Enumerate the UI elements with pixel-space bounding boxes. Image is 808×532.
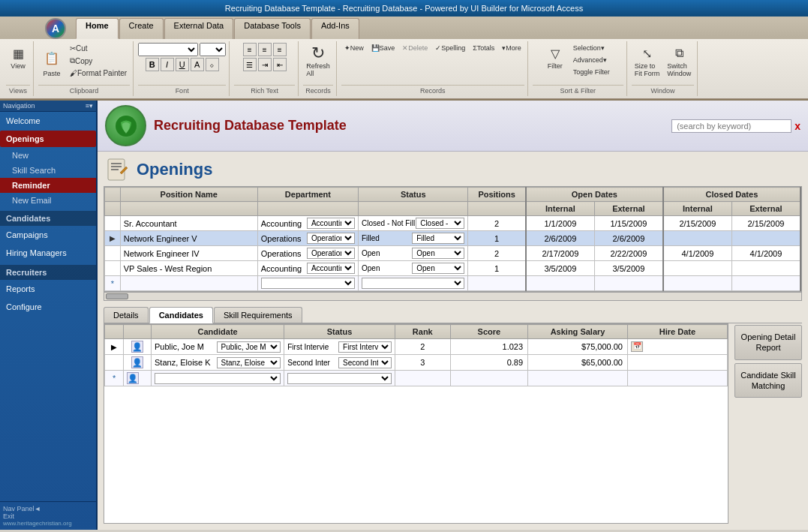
size-fit-form-button[interactable]: ⤡ Size to Fit Form bbox=[632, 43, 663, 79]
tab-database-tools[interactable]: Database Tools bbox=[234, 18, 311, 39]
paste-button[interactable]: 📋 Paste bbox=[38, 43, 65, 80]
switch-window-button[interactable]: ⧉ Switch Window bbox=[664, 43, 694, 79]
highlight-button[interactable]: ⬦ bbox=[206, 58, 219, 71]
new-status[interactable] bbox=[359, 276, 468, 291]
cand-detail-icon[interactable]: 👤 bbox=[131, 356, 143, 368]
new-cand-status[interactable] bbox=[284, 371, 395, 386]
candidate-skill-matching-button[interactable]: Candidate SkillMatching bbox=[734, 363, 802, 398]
bold-button[interactable]: B bbox=[146, 58, 159, 71]
nav-item-campaigns[interactable]: Campaigns bbox=[0, 227, 96, 243]
outdent-button[interactable]: ⇤ bbox=[273, 58, 287, 71]
tab-details[interactable]: Details bbox=[104, 307, 149, 323]
department-cell[interactable]: Operations Operations bbox=[257, 246, 358, 261]
font-size-select[interactable] bbox=[200, 43, 226, 56]
nav-panel-toggle[interactable]: Nav Panel◄ bbox=[3, 505, 93, 512]
new-department[interactable] bbox=[257, 276, 358, 291]
cand-icon-cell[interactable]: 👤 bbox=[124, 339, 152, 355]
italic-button[interactable]: I bbox=[161, 58, 174, 71]
opening-row[interactable]: Network Engineer IV Operations Operation… bbox=[105, 246, 801, 261]
new-candidate-row[interactable]: * 👤 bbox=[105, 371, 728, 386]
cand-status-cell[interactable]: First Intervie First Intervie bbox=[284, 339, 395, 355]
scrollbar-thumb[interactable] bbox=[106, 293, 128, 299]
nav-item-hiring-managers[interactable]: Hiring Managers bbox=[0, 245, 96, 261]
department-cell[interactable]: Accounting Accounting bbox=[257, 216, 358, 231]
nav-item-welcome[interactable]: Welcome bbox=[0, 113, 96, 129]
save-record-button[interactable]: 💾 Save bbox=[368, 43, 398, 53]
filter-button[interactable]: ▽ Filter bbox=[543, 43, 567, 71]
status-cell[interactable]: Open Open bbox=[359, 261, 468, 276]
tab-home[interactable]: Home bbox=[76, 18, 119, 39]
candidate-row[interactable]: ▶ 👤 Public, Joe M Public, Joe M First In… bbox=[105, 339, 728, 355]
opening-row[interactable]: Sr. Accountant Accounting Accounting Clo… bbox=[105, 216, 801, 231]
cand-status-cell[interactable]: Second Inter Second Inter bbox=[284, 355, 395, 371]
cand-name-select[interactable]: Stanz, Eloise K bbox=[217, 357, 281, 368]
nav-item-configure[interactable]: Configure bbox=[0, 299, 96, 315]
department-cell[interactable]: Operations Operations bbox=[257, 231, 358, 246]
new-cand-icon[interactable]: 👤 bbox=[124, 371, 152, 386]
status-select[interactable]: Closed - Not Fill bbox=[416, 218, 464, 229]
horizontal-scrollbar[interactable] bbox=[104, 292, 802, 301]
cut-button[interactable]: ✂ Cut bbox=[67, 43, 130, 54]
refresh-button[interactable]: ↻ Refresh All bbox=[303, 43, 333, 79]
toggle-filter-button[interactable]: Toggle Filter bbox=[570, 67, 613, 77]
status-cell[interactable]: Filled Filled bbox=[359, 231, 468, 246]
font-family-select[interactable] bbox=[138, 43, 198, 56]
align-center-button[interactable]: ≡ bbox=[258, 43, 272, 56]
status-select[interactable]: Filled bbox=[412, 233, 464, 244]
tab-skill-requirements[interactable]: Skill Requirements bbox=[214, 307, 302, 323]
cand-icon-cell[interactable]: 👤 bbox=[124, 355, 152, 371]
department-cell[interactable]: Accounting Accounting bbox=[257, 261, 358, 276]
cand-hire-date-cell[interactable]: 📅 bbox=[628, 339, 728, 355]
copy-button[interactable]: ⧉ Copy bbox=[67, 55, 130, 67]
exit-button[interactable]: Exit bbox=[3, 512, 93, 520]
new-position-name[interactable] bbox=[120, 276, 257, 291]
list-button[interactable]: ☰ bbox=[243, 58, 257, 71]
align-right-button[interactable]: ≡ bbox=[273, 43, 287, 56]
calendar-icon[interactable]: 📅 bbox=[631, 341, 643, 352]
cand-name-cell[interactable]: Stanz, Eloise K Stanz, Eloise K bbox=[152, 355, 284, 371]
candidate-row[interactable]: 👤 Stanz, Eloise K Stanz, Eloise K Second… bbox=[105, 355, 728, 371]
nav-sub-new[interactable]: New bbox=[0, 148, 96, 163]
nav-item-openings[interactable]: Openings bbox=[0, 131, 96, 147]
new-opening-row[interactable]: * bbox=[105, 276, 801, 291]
advanced-button[interactable]: Advanced▾ bbox=[570, 55, 613, 65]
spelling-button[interactable]: ✓ Spelling bbox=[432, 43, 468, 53]
opening-detail-report-button[interactable]: Opening DetailReport bbox=[734, 325, 802, 360]
new-department-select[interactable] bbox=[261, 278, 355, 289]
nav-sub-reminder[interactable]: Reminder bbox=[0, 178, 96, 193]
format-painter-button[interactable]: 🖌 Format Painter bbox=[67, 68, 130, 79]
cand-name-select[interactable]: Public, Joe M bbox=[217, 341, 281, 353]
cand-name-cell[interactable]: Public, Joe M Public, Joe M bbox=[152, 339, 284, 355]
tab-create[interactable]: Create bbox=[119, 18, 164, 39]
more-button[interactable]: ▾ More bbox=[499, 43, 524, 53]
cand-status-select[interactable]: First Intervie bbox=[338, 341, 392, 353]
indent-button[interactable]: ⇥ bbox=[258, 58, 272, 71]
new-record-button[interactable]: ✦ New bbox=[341, 43, 367, 53]
cand-hire-date-cell[interactable] bbox=[628, 355, 728, 371]
nav-item-reports[interactable]: Reports bbox=[0, 281, 96, 297]
align-left-button[interactable]: ≡ bbox=[243, 43, 257, 56]
new-cand-select[interactable] bbox=[155, 373, 281, 384]
delete-record-button[interactable]: ✕ Delete bbox=[399, 43, 431, 53]
underline-button[interactable]: U bbox=[176, 58, 189, 71]
status-cell[interactable]: Closed - Not Fill Closed - Not Fill bbox=[359, 216, 468, 231]
search-input[interactable] bbox=[671, 119, 791, 133]
department-select[interactable]: Accounting bbox=[307, 218, 355, 229]
new-cand-name[interactable] bbox=[152, 371, 284, 386]
tab-candidates[interactable]: Candidates bbox=[149, 307, 213, 323]
new-cand-status-select[interactable] bbox=[287, 373, 392, 384]
cand-status-select[interactable]: Second Inter bbox=[338, 357, 392, 368]
opening-row[interactable]: ▶ Network Engineer V Operations Operatio… bbox=[105, 231, 801, 246]
department-select[interactable]: Accounting bbox=[307, 263, 355, 274]
new-status-select[interactable] bbox=[362, 278, 464, 289]
nav-category-candidates[interactable]: Candidates bbox=[0, 211, 96, 226]
department-select[interactable]: Operations bbox=[307, 248, 355, 259]
tab-external-data[interactable]: External Data bbox=[164, 18, 234, 39]
selection-button[interactable]: Selection▾ bbox=[570, 43, 613, 53]
department-select[interactable]: Operations bbox=[307, 233, 355, 244]
status-select[interactable]: Open bbox=[412, 248, 464, 259]
search-clear-button[interactable]: x bbox=[794, 120, 800, 132]
opening-row[interactable]: VP Sales - West Region Accounting Accoun… bbox=[105, 261, 801, 276]
status-cell[interactable]: Open Open bbox=[359, 246, 468, 261]
status-select[interactable]: Open bbox=[412, 263, 464, 274]
